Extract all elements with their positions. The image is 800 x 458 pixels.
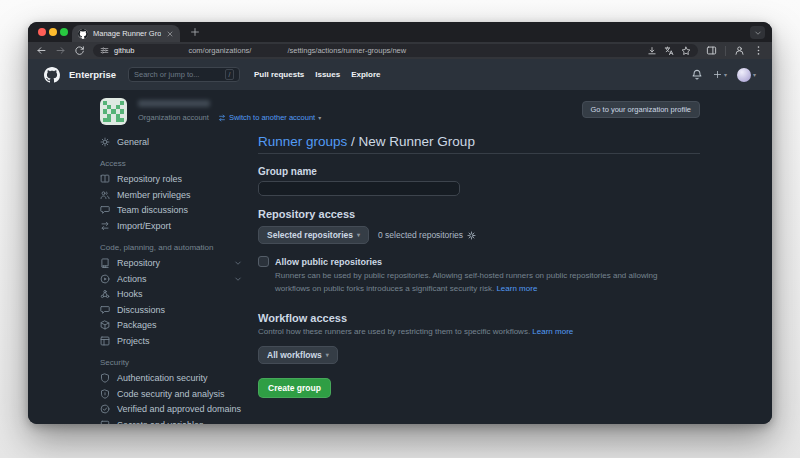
learn-more-link[interactable]: Learn more — [532, 327, 573, 336]
repository-access-heading: Repository access — [258, 208, 700, 220]
sidebar-item-verified-and-approved-domains[interactable]: Verified and approved domains — [100, 402, 242, 418]
sidebar-item-import-export[interactable]: Import/Export — [100, 218, 242, 234]
address-bar[interactable]: github com/organizations/ /settings/acti… — [93, 44, 698, 57]
sidebar-item-packages[interactable]: Packages — [100, 318, 242, 334]
enterprise-brand-label: Enterprise — [69, 69, 116, 80]
arrow-switch-icon — [100, 221, 110, 231]
side-panel-icon[interactable] — [706, 45, 717, 56]
sidebar-section-security: Security — [100, 358, 242, 367]
verified-icon — [100, 404, 110, 414]
user-menu[interactable]: ▾ — [737, 68, 756, 82]
search-placeholder: Search or jump to... — [134, 70, 199, 79]
sidebar-item-discussions[interactable]: Discussions — [100, 302, 242, 318]
group-name-label: Group name — [258, 166, 700, 177]
sidebar-item-actions[interactable]: Actions — [100, 271, 242, 287]
sidebar-item-authentication-security[interactable]: Authentication security — [100, 371, 242, 387]
webhook-icon — [100, 289, 110, 299]
learn-more-link[interactable]: Learn more — [496, 284, 537, 293]
reload-button[interactable] — [74, 45, 85, 56]
org-avatar[interactable] — [100, 98, 127, 125]
url-path: /settings/actions/runner-groups/new — [287, 46, 406, 55]
site-settings-icon[interactable] — [100, 46, 109, 55]
slash-shortcut-badge: / — [225, 69, 234, 80]
breadcrumb-runner-groups-link[interactable]: Runner groups — [258, 134, 347, 149]
github-nav: Pull requestsIssuesExplore — [254, 70, 381, 79]
browser-profile-icon[interactable] — [734, 45, 745, 56]
browser-tab[interactable]: Manage Runner Group — [72, 25, 180, 42]
github-logo[interactable] — [44, 67, 60, 83]
chevron-down-icon — [234, 259, 242, 267]
breadcrumb-current: New Runner Group — [359, 134, 475, 149]
repo-selection-gear-icon[interactable] — [467, 231, 476, 240]
chevron-down-icon — [754, 29, 762, 37]
settings-sidebar: GeneralAccessRepository rolesMember priv… — [100, 134, 242, 424]
sidebar-item-repository-roles[interactable]: Repository roles — [100, 172, 242, 188]
url-mid: com/organizations/ — [188, 46, 251, 55]
gh-nav-issues[interactable]: Issues — [315, 70, 340, 79]
gh-nav-pull-requests[interactable]: Pull requests — [254, 70, 304, 79]
create-group-button[interactable]: Create group — [258, 378, 331, 398]
allow-public-repos-checkbox[interactable] — [258, 256, 269, 267]
group-name-input[interactable] — [258, 181, 460, 196]
window-minimize-button[interactable] — [49, 28, 57, 36]
sidebar-item-repository[interactable]: Repository — [100, 256, 242, 272]
sidebar-section-code-planning-and-automation: Code, planning, and automation — [100, 243, 242, 252]
shield-icon — [100, 373, 110, 383]
toolbar-divider — [725, 46, 726, 56]
browser-window: Manage Runner Group github com/organizat… — [28, 22, 772, 424]
people-icon — [100, 190, 110, 200]
back-button[interactable] — [36, 45, 47, 56]
chevron-down-icon — [234, 275, 242, 283]
comment-icon — [100, 305, 110, 315]
settings-page: Organization account Switch to another a… — [28, 90, 772, 424]
selected-repositories-dropdown[interactable]: Selected repositories▾ — [258, 226, 369, 244]
sidebar-item-code-security-and-analysis[interactable]: Code security and analysis — [100, 386, 242, 402]
book-icon — [100, 174, 110, 184]
tab-search-button[interactable] — [750, 26, 765, 39]
go-to-org-profile-button[interactable]: Go to your organization profile — [582, 101, 700, 118]
browser-toolbar: github com/organizations/ /settings/acti… — [28, 42, 772, 59]
sidebar-item-secrets-and-variables[interactable]: Secrets and variables — [100, 417, 242, 424]
sidebar-item-hooks[interactable]: Hooks — [100, 287, 242, 303]
tab-close-icon[interactable] — [166, 30, 174, 38]
arrow-switch-icon — [218, 114, 226, 122]
translate-icon[interactable] — [664, 46, 674, 56]
package-icon — [100, 320, 110, 330]
user-avatar — [737, 68, 751, 82]
sidebar-item-general[interactable]: General — [100, 134, 242, 150]
allow-public-repos-label: Allow public repositories — [275, 257, 382, 267]
plus-icon — [713, 70, 722, 79]
notifications-bell-icon[interactable] — [691, 69, 703, 81]
sidebar-item-projects[interactable]: Projects — [100, 333, 242, 349]
github-header: Enterprise Search or jump to... / Pull r… — [28, 59, 772, 90]
main-content: Runner groups / New Runner Group Group n… — [258, 134, 700, 398]
account-type-label: Organization account — [138, 113, 209, 122]
all-workflows-dropdown[interactable]: All workflows▾ — [258, 346, 338, 364]
org-name-redacted — [138, 100, 210, 107]
tab-title: Manage Runner Group — [93, 29, 161, 38]
window-close-button[interactable] — [38, 28, 46, 36]
shield-lock-icon — [100, 389, 110, 399]
gh-nav-explore[interactable]: Explore — [351, 70, 380, 79]
sidebar-item-member-privileges[interactable]: Member privileges — [100, 187, 242, 203]
global-search-input[interactable]: Search or jump to... / — [128, 67, 240, 82]
breadcrumb: Runner groups / New Runner Group — [258, 134, 700, 154]
switch-account-link[interactable]: Switch to another account ▾ — [218, 113, 321, 122]
url-host: github — [114, 46, 134, 55]
window-zoom-button[interactable] — [60, 28, 68, 36]
selected-count-label: 0 selected repositories — [378, 230, 463, 240]
forward-button[interactable] — [55, 45, 66, 56]
bookmark-star-icon[interactable] — [681, 46, 691, 56]
new-tab-button[interactable] — [190, 27, 200, 37]
download-icon[interactable] — [647, 46, 657, 56]
desktop-background: Manage Runner Group github com/organizat… — [0, 0, 800, 458]
workflow-access-heading: Workflow access — [258, 312, 700, 324]
create-new-menu[interactable]: ▾ — [713, 70, 727, 79]
workflow-access-description: Control how these runners are used by re… — [258, 327, 700, 336]
org-header: Organization account Switch to another a… — [100, 98, 700, 128]
comment-icon — [100, 205, 110, 215]
public-repos-note: Runners can be used by public repositori… — [275, 270, 681, 296]
browser-menu-icon[interactable] — [753, 45, 764, 56]
github-favicon — [78, 29, 88, 39]
sidebar-item-team-discussions[interactable]: Team discussions — [100, 203, 242, 219]
